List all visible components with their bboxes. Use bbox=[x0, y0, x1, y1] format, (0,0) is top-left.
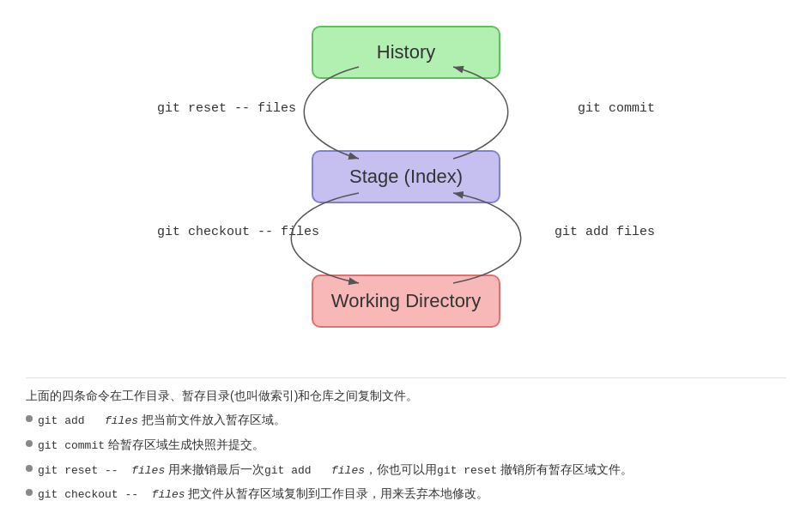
bullet-icon bbox=[26, 440, 33, 447]
bullet-icon bbox=[26, 465, 33, 472]
desc-list: git add files 把当前文件放入暂存区域。 git commit 给暂… bbox=[26, 411, 786, 504]
label-git-reset: git reset -- files bbox=[157, 101, 296, 116]
history-box: History bbox=[312, 26, 500, 79]
diagram-area: History Stage (Index) Working Directory … bbox=[26, 17, 786, 360]
list-item: git commit 给暂存区域生成快照并提交。 bbox=[26, 436, 786, 456]
label-git-add: git add files bbox=[554, 225, 655, 239]
list-item: git reset -- files 用来撤销最后一次git add files… bbox=[26, 461, 786, 480]
bullet-icon bbox=[26, 415, 33, 422]
list-item: git add files 把当前文件放入暂存区域。 bbox=[26, 411, 786, 431]
working-directory-box: Working Directory bbox=[312, 275, 500, 328]
stage-box: Stage (Index) bbox=[312, 150, 500, 203]
description-section: 上面的四条命令在工作目录、暂存目录(也叫做索引)和仓库之间复制文件。 git a… bbox=[26, 377, 786, 504]
diagram-inner: History Stage (Index) Working Directory … bbox=[148, 17, 664, 360]
bullet-icon bbox=[26, 489, 33, 496]
label-git-checkout: git checkout -- files bbox=[157, 225, 319, 239]
desc-intro: 上面的四条命令在工作目录、暂存目录(也叫做索引)和仓库之间复制文件。 bbox=[26, 389, 786, 404]
label-git-commit: git commit bbox=[578, 101, 655, 116]
list-item: git checkout -- files 把文件从暂存区域复制到工作目录，用来… bbox=[26, 485, 786, 504]
